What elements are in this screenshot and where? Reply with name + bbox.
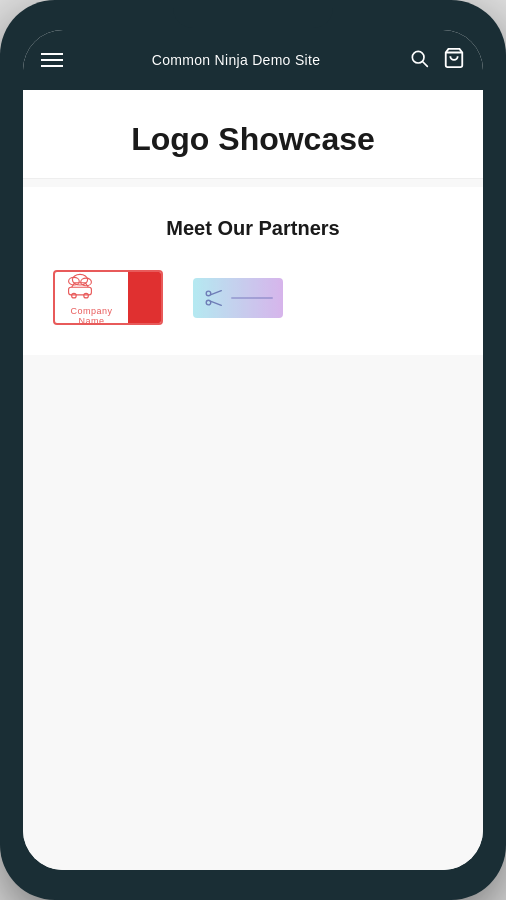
page-title: Logo Showcase: [43, 120, 463, 158]
site-title: Common Ninja Demo Site: [152, 52, 320, 68]
page-content: Logo Showcase Meet Our Partners: [23, 90, 483, 870]
logo-scissors: [193, 278, 283, 318]
cart-icon[interactable]: [443, 47, 465, 73]
hamburger-line-1: [41, 53, 63, 55]
search-icon[interactable]: [409, 48, 429, 72]
scissors-svg-icon: [203, 287, 225, 309]
logo-company-left-panel: Company Name: [55, 270, 128, 325]
logo-company-red-square: [128, 270, 161, 325]
company-name-label: Company Name: [61, 306, 122, 326]
svg-point-8: [84, 293, 89, 298]
page-header: Logo Showcase: [23, 90, 483, 179]
logo-company-icon-area: Company Name: [61, 270, 122, 325]
svg-line-11: [210, 291, 221, 295]
scissors-dashed-line: [231, 297, 273, 299]
svg-line-12: [210, 301, 221, 305]
svg-point-7: [72, 293, 77, 298]
section-heading: Meet Our Partners: [43, 217, 463, 240]
bottom-spacer: [23, 355, 483, 395]
svg-line-1: [423, 62, 428, 67]
phone-notch: [173, 0, 333, 28]
top-nav-bar: Common Ninja Demo Site: [23, 30, 483, 90]
hamburger-line-3: [41, 65, 63, 67]
partners-section: Meet Our Partners: [23, 187, 483, 355]
logos-row: Company Name: [43, 270, 463, 325]
logo-company-name: Company Name: [53, 270, 163, 325]
hamburger-menu-button[interactable]: [41, 53, 63, 67]
hamburger-line-2: [41, 59, 63, 61]
top-bar-icon-group: [409, 47, 465, 73]
phone-frame: Common Ninja Demo Site: [0, 0, 506, 900]
phone-screen: Common Ninja Demo Site: [23, 30, 483, 870]
